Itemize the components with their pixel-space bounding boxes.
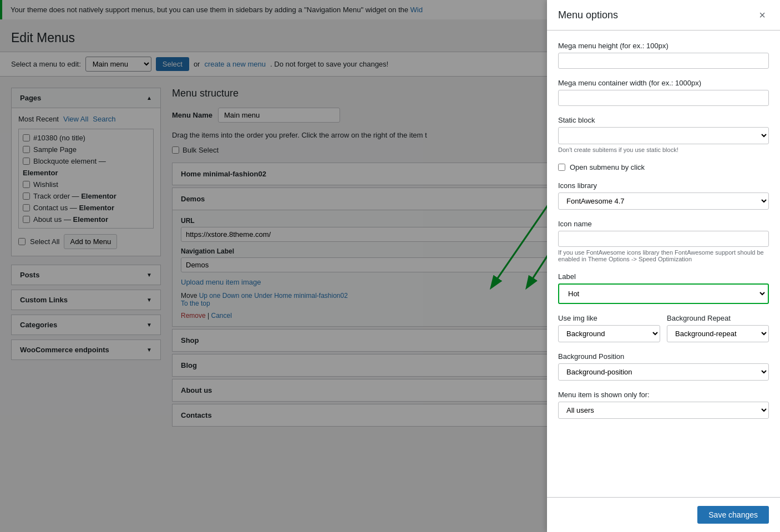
bg-position-field: Background Position Background-position …	[558, 352, 769, 381]
img-repeat-row: Use img like Background Image Background…	[558, 314, 769, 352]
label-box: Hot New Sale	[558, 283, 769, 304]
label-field: Label Hot New Sale	[558, 272, 769, 304]
shown-for-select[interactable]: All users Logged in users Logged out use…	[558, 402, 769, 419]
modal-body: Mega menu height (for ex.: 100px) Mega m…	[547, 31, 780, 497]
static-block-hint: Don't create subitems if you use static …	[558, 146, 769, 153]
mega-menu-width-label: Mega menu container width (for ex.: 1000…	[558, 79, 769, 87]
mega-menu-width-input[interactable]	[558, 90, 769, 106]
use-img-select[interactable]: Background Image	[558, 325, 660, 342]
static-block-field: Static block Don't create subitems if yo…	[558, 116, 769, 153]
label-field-label: Label	[558, 272, 769, 281]
mega-menu-height-input[interactable]	[558, 53, 769, 69]
icon-name-label: Icon name	[558, 220, 769, 228]
bg-repeat-field: Background Repeat Background-repeat no-r…	[667, 314, 769, 342]
bg-position-label: Background Position	[558, 352, 769, 361]
open-submenu-row: Open submenu by click	[558, 163, 769, 171]
label-select[interactable]: Hot New Sale	[560, 286, 767, 302]
use-img-label: Use img like	[558, 314, 660, 322]
open-submenu-label: Open submenu by click	[570, 163, 645, 171]
modal-footer: Save changes	[547, 497, 780, 525]
modal-close-button[interactable]: ×	[756, 8, 769, 22]
open-submenu-checkbox[interactable]	[558, 164, 565, 171]
icons-library-label: Icons library	[558, 181, 769, 190]
shown-for-label: Menu item is shown only for:	[558, 391, 769, 399]
icons-library-select[interactable]: FontAwesome 4.7	[558, 192, 769, 210]
icons-library-field: Icons library FontAwesome 4.7	[558, 181, 769, 210]
shown-for-field: Menu item is shown only for: All users L…	[558, 391, 769, 419]
static-block-select[interactable]	[558, 127, 769, 144]
menu-options-modal: Menu options × Mega menu height (for ex.…	[547, 0, 780, 525]
icon-hint: If you use FontAwesome icons library the…	[558, 249, 769, 262]
modal-header: Menu options ×	[547, 0, 780, 31]
bg-repeat-select[interactable]: Background-repeat no-repeat repeat	[667, 325, 769, 342]
bg-repeat-label: Background Repeat	[667, 314, 769, 322]
icon-name-input[interactable]	[558, 231, 769, 247]
mega-menu-height-label: Mega menu height (for ex.: 100px)	[558, 42, 769, 50]
icon-name-field: Icon name If you use FontAwesome icons l…	[558, 220, 769, 262]
mega-menu-height-field: Mega menu height (for ex.: 100px)	[558, 42, 769, 69]
bg-position-select[interactable]: Background-position left top center cent…	[558, 363, 769, 381]
mega-menu-width-field: Mega menu container width (for ex.: 1000…	[558, 79, 769, 106]
modal-title: Menu options	[558, 9, 618, 21]
static-block-label: Static block	[558, 116, 769, 124]
save-changes-button[interactable]: Save changes	[697, 506, 769, 524]
modal-overlay[interactable]: Menu options × Mega menu height (for ex.…	[0, 0, 780, 525]
use-img-field: Use img like Background Image	[558, 314, 660, 342]
